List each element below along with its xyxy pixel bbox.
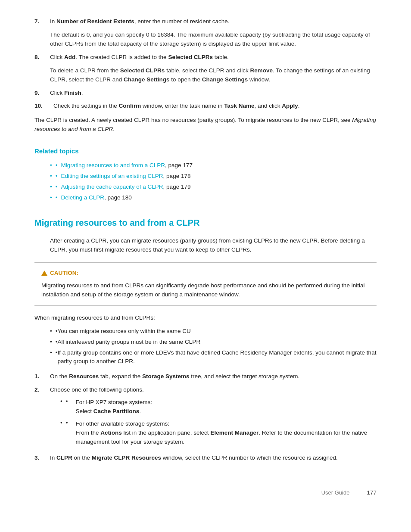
step-7-text: In Number of Resident Extents, enter the… — [50, 18, 229, 25]
migration-bullets: • You can migrate resources only within … — [50, 327, 377, 367]
footer-page: 177 — [367, 488, 377, 498]
step-8-bold1: Add — [64, 54, 75, 60]
migration-step-2: 2. Choose one of the following options. … — [34, 386, 377, 449]
step-9: 9. Click Finish. — [34, 89, 377, 98]
bullet-dot: • — [56, 172, 58, 181]
migration-intro: When migrating resources to and from CLP… — [34, 314, 377, 323]
clpr-note: The CLPR is created. A newly created CLP… — [34, 116, 377, 134]
bullet-dot: • — [56, 183, 58, 192]
step-8-text: Click Add. The created CLPR is added to … — [50, 54, 229, 60]
migration-step-2-number: 2. — [34, 386, 50, 449]
related-link-4[interactable]: Deleting a CLPR — [61, 194, 104, 201]
step2-sub-list: • For HP XP7 storage systems: Select Cac… — [60, 397, 377, 447]
migration-step-3-number: 3. — [34, 454, 50, 463]
footer-label: User Guide — [321, 488, 350, 497]
list-item: • For other available storage systems: F… — [60, 419, 377, 447]
list-item: • All interleaved parity groups must be … — [50, 338, 377, 347]
caution-box: CAUTION: Migrating resources to and from… — [34, 262, 377, 306]
list-item: • Editing the settings of an existing CL… — [50, 172, 377, 181]
step-10-number: 10. — [34, 102, 53, 111]
list-item: • For HP XP7 storage systems: Select Cac… — [60, 397, 377, 416]
migration-step-1-number: 1. — [34, 372, 50, 381]
step-9-number: 9. — [34, 89, 50, 98]
step-7-bold: Number of Resident Extents — [56, 18, 134, 25]
step-8-detail: To delete a CLPR from the Selected CLPRs… — [50, 66, 377, 84]
footer: User Guide 177 — [34, 488, 377, 498]
step-8: 8. Click Add. The created CLPR is added … — [34, 53, 377, 62]
list-item: • You can migrate resources only within … — [50, 327, 377, 336]
section-intro: After creating a CLPR, you can migrate r… — [50, 236, 377, 255]
step-7-number: 7. — [34, 17, 50, 26]
step-7: 7. In Number of Resident Extents, enter … — [34, 17, 377, 26]
migration-step-3: 3. In CLPR on the Migrate CLPR Resources… — [34, 454, 377, 463]
related-topics-list: • Migrating resources to and from a CLPR… — [50, 161, 377, 202]
list-item: • Deleting a CLPR, page 180 — [50, 193, 377, 202]
caution-triangle-icon — [41, 271, 47, 276]
related-link-2[interactable]: Editing the settings of an existing CLPR — [61, 173, 163, 179]
step-9-bold: Finish — [64, 90, 81, 96]
list-item: • Adjusting the cache capacity of a CLPR… — [50, 183, 377, 192]
step-8-content: Click Add. The created CLPR is added to … — [50, 53, 377, 62]
step-10-content: Check the settings in the Confirm window… — [53, 102, 377, 111]
step-7-after: , enter the number of resident cache. — [134, 18, 230, 25]
step-7-detail: The default is 0, and you can specify 0 … — [50, 31, 377, 49]
caution-label: CAUTION: — [41, 269, 370, 278]
related-topics-heading: Related topics — [34, 146, 377, 156]
step-8-number: 8. — [34, 53, 50, 62]
list-item: • Migrating resources to and from a CLPR… — [50, 161, 377, 170]
bullet-dot: • — [66, 397, 68, 406]
caution-text: Migrating resources to and from CLPRs ca… — [41, 281, 370, 299]
related-link-3[interactable]: Adjusting the cache capacity of a CLPR — [61, 184, 163, 190]
bullet-dot: • — [56, 161, 58, 170]
list-item: • If a parity group contains one or more… — [50, 348, 377, 367]
step-10: 10. Check the settings in the Confirm wi… — [34, 102, 377, 111]
bullet-dot: • — [66, 419, 68, 428]
step-9-content: Click Finish. — [50, 89, 377, 98]
step-7-content: In Number of Resident Extents, enter the… — [50, 17, 377, 26]
migration-step-1-content: On the Resources tab, expand the Storage… — [50, 372, 377, 381]
section-heading: Migrating resources to and from a CLPR — [34, 216, 377, 230]
step-8-bold2: Selected CLPRs — [168, 54, 213, 60]
bullet-dot: • — [56, 193, 58, 202]
migration-step-1: 1. On the Resources tab, expand the Stor… — [34, 372, 377, 381]
migration-step-2-content: Choose one of the following options. • F… — [50, 386, 377, 449]
migration-step-3-content: In CLPR on the Migrate CLPR Resources wi… — [50, 454, 377, 463]
related-link-1[interactable]: Migrating resources to and from a CLPR — [61, 162, 165, 168]
